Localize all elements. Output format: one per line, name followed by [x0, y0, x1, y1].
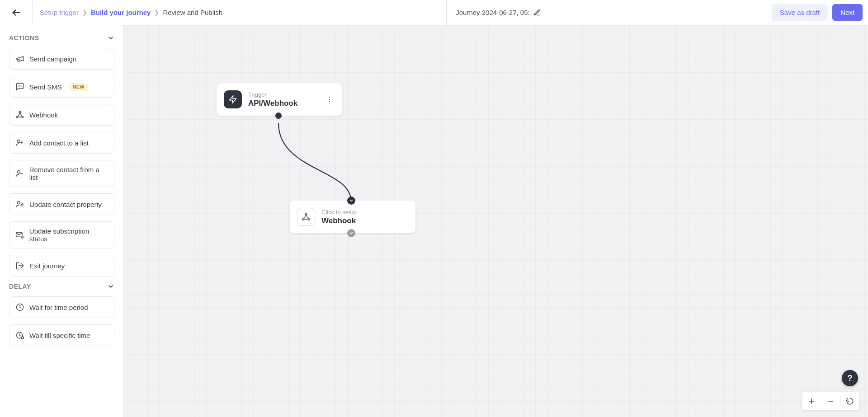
- next-button[interactable]: Next: [832, 4, 863, 21]
- action-label: Wait for time period: [29, 304, 88, 311]
- section-header-actions[interactable]: ACTIONS: [9, 34, 114, 42]
- svg-point-3: [21, 86, 21, 86]
- connector-line: [124, 25, 576, 296]
- chevron-down-icon: [107, 283, 114, 290]
- node-webhook[interactable]: Click to setup Webhook: [290, 201, 415, 233]
- action-add-contact[interactable]: Add contact to a list: [9, 132, 114, 154]
- svg-marker-18: [230, 96, 236, 103]
- action-webhook[interactable]: Webhook: [9, 104, 114, 126]
- action-label: Remove contact from a list: [29, 166, 108, 181]
- header-actions: Save as draft Next: [766, 0, 868, 25]
- help-button[interactable]: ?: [842, 370, 858, 386]
- node-title: API/Webhook: [248, 99, 297, 108]
- webhook-icon: [15, 110, 25, 120]
- action-label: Send SMS: [29, 83, 62, 91]
- node-overline: Click to setup: [321, 209, 357, 216]
- svg-point-2: [20, 86, 20, 86]
- new-badge: NEW: [69, 83, 88, 91]
- clock-icon: [15, 302, 25, 312]
- svg-point-10: [17, 171, 20, 173]
- node-title: Webhook: [321, 216, 357, 225]
- zoom-out-button[interactable]: [821, 392, 840, 411]
- reset-icon: [846, 397, 854, 405]
- chevron-right-icon: ❯: [154, 9, 159, 16]
- chat-icon: [15, 82, 25, 92]
- svg-point-20: [329, 99, 330, 100]
- arrow-left-icon: [11, 8, 21, 18]
- lightning-icon: [224, 90, 242, 108]
- action-label: Webhook: [29, 111, 58, 119]
- action-update-contact[interactable]: Update contact property: [9, 193, 114, 215]
- section-title-text: ACTIONS: [9, 34, 39, 42]
- back-button[interactable]: [0, 0, 33, 25]
- action-label: Update contact property: [29, 201, 102, 208]
- node-input-port[interactable]: [347, 197, 355, 205]
- exit-icon: [15, 261, 25, 271]
- section-header-delay[interactable]: DELAY: [9, 283, 114, 290]
- action-send-campaign[interactable]: Send campaign: [9, 48, 114, 70]
- app-header: Setup trigger ❯ Build your journey ❯ Rev…: [0, 0, 868, 25]
- clock-target-icon: [15, 330, 25, 340]
- save-draft-button[interactable]: Save as draft: [772, 4, 828, 21]
- svg-point-17: [21, 337, 24, 339]
- action-update-subscription[interactable]: Update subscription status: [9, 221, 114, 248]
- svg-point-7: [18, 140, 20, 143]
- svg-point-12: [18, 201, 20, 204]
- chevron-down-icon: [107, 34, 114, 42]
- user-plus-icon: [15, 138, 25, 148]
- node-overline: Trigger: [248, 91, 297, 98]
- plus-icon: [807, 397, 816, 405]
- breadcrumb-step-build[interactable]: Build your journey: [91, 9, 151, 16]
- action-exit-journey[interactable]: Exit journey: [9, 255, 114, 276]
- node-menu-button[interactable]: [324, 94, 335, 105]
- node-output-port[interactable]: [275, 112, 282, 119]
- svg-point-1: [19, 86, 19, 86]
- minus-icon: [826, 397, 835, 405]
- question-mark-icon: ?: [848, 374, 853, 383]
- zoom-reset-button[interactable]: [840, 392, 859, 411]
- delay-wait-specific[interactable]: Wait till specific time: [9, 324, 114, 346]
- breadcrumb-step-setup[interactable]: Setup trigger: [40, 9, 79, 16]
- action-label: Update subscription status: [29, 227, 108, 243]
- action-label: Send campaign: [29, 55, 76, 63]
- action-label: Wait till specific time: [29, 332, 90, 339]
- megaphone-icon: [15, 54, 25, 64]
- breadcrumb-step-review[interactable]: Review and Publish: [163, 9, 222, 16]
- user-edit-icon: [15, 199, 25, 209]
- svg-point-21: [329, 101, 330, 102]
- zoom-in-button[interactable]: [802, 392, 821, 411]
- action-remove-contact[interactable]: Remove contact from a list: [9, 160, 114, 187]
- user-minus-icon: [15, 169, 25, 178]
- chevron-right-icon: ❯: [82, 9, 87, 16]
- journey-canvas[interactable]: Trigger API/Webhook Click to setup Webho…: [124, 25, 868, 417]
- node-trigger[interactable]: Trigger API/Webhook: [217, 83, 342, 116]
- section-title-text: DELAY: [9, 283, 31, 290]
- breadcrumb: Setup trigger ❯ Build your journey ❯ Rev…: [33, 0, 230, 25]
- actions-sidebar: ACTIONS Send campaign Send SMS NEW Webho…: [0, 25, 124, 417]
- mail-check-icon: [15, 230, 25, 240]
- zoom-controls: [802, 392, 860, 411]
- journey-title[interactable]: Journey 2024-06-27, 05:: [446, 0, 550, 25]
- dots-vertical-icon: [326, 96, 333, 103]
- delay-wait-period[interactable]: Wait for time period: [9, 296, 114, 318]
- webhook-icon: [297, 208, 315, 226]
- action-label: Add contact to a list: [29, 139, 89, 147]
- pencil-icon[interactable]: [533, 9, 541, 16]
- action-send-sms[interactable]: Send SMS NEW: [9, 76, 114, 98]
- svg-point-19: [329, 97, 330, 98]
- node-output-port[interactable]: [347, 229, 355, 237]
- journey-title-text: Journey 2024-06-27, 05:: [456, 9, 529, 16]
- action-label: Exit journey: [29, 262, 65, 270]
